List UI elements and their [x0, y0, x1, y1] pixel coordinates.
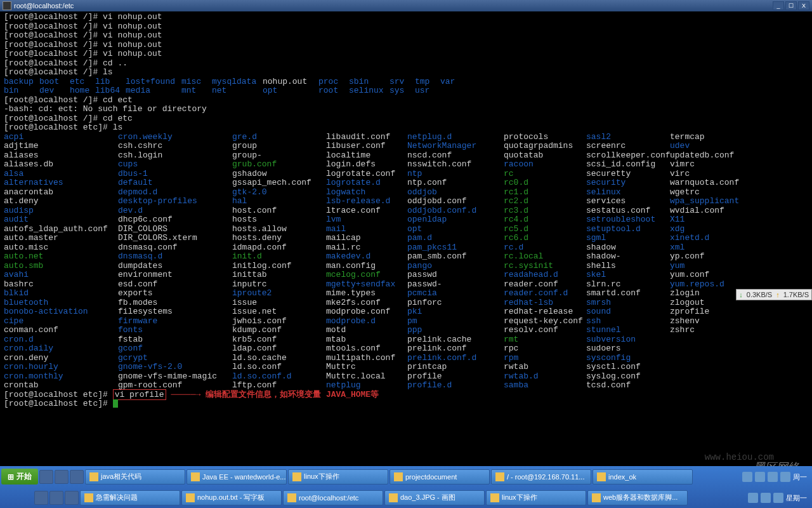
system-tray: 周一	[738, 472, 811, 482]
ls-row: cipefirmwarejwhois.confmodprobe.dpmreque…	[4, 317, 808, 326]
task-icon	[490, 493, 499, 502]
quicklaunch-icon[interactable]	[70, 470, 84, 484]
taskbar-item[interactable]: dao_3.JPG - 画图	[384, 490, 485, 505]
task-icon	[84, 493, 93, 502]
terminal[interactable]: [root@localhost /]# vi nohup.out[root@lo…	[0, 11, 812, 465]
taskbar: ⊞ 开始 java相关代码Java EE - wantedworld-e...l…	[0, 466, 812, 508]
taskbar-item[interactable]: / - root@192.168.70.11...	[491, 469, 591, 485]
task-icon	[592, 493, 601, 502]
task-icon	[287, 493, 296, 502]
quicklaunch-icon[interactable]	[65, 491, 79, 505]
ls-row: auto.smbdumpdatesinitlog.confman.configp…	[4, 262, 808, 271]
windows-icon: ⊞	[8, 472, 14, 481]
quicklaunch-icon[interactable]	[34, 491, 48, 505]
tray-icon[interactable]	[761, 493, 771, 503]
taskbar-item[interactable]: index_ok	[593, 469, 693, 485]
ls-row: cron.hourlygnome-vfs-2.0ld.so.confMuttrc…	[4, 363, 808, 372]
terminal-line: [root@localhost /]# vi nohup.out	[4, 50, 808, 59]
upload-icon: ↑	[776, 291, 780, 298]
ls-row: bindevhomelib64mediamntnetoptrootselinux…	[4, 86, 808, 96]
ls-row: autofs_ldap_auth.confDIR_COLORShosts.all…	[4, 225, 808, 234]
ls-row: aliasescsh.logingroup-localtimenscd.conf…	[4, 151, 808, 161]
terminal-line: -bash: cd: ect: No such file or director…	[4, 105, 808, 114]
terminal-line: [root@localhost /]# cd ..	[4, 59, 808, 69]
ls-row: bashrcesd.confinputrcmgetty+sendfaxpassw…	[4, 280, 808, 290]
terminal-line: [root@localhost etc]# ls	[4, 123, 808, 133]
download-speed: 0.3KB/S	[747, 291, 772, 298]
maximize-button[interactable]: ☐	[785, 1, 797, 10]
terminal-line: [root@localhost /]# vi nohup.out	[4, 22, 808, 32]
ls-row: auto.netdnsmasq.dinit.dmakedev.dpam_smb.…	[4, 252, 808, 262]
window-title: root@localhost:/etc	[14, 2, 773, 10]
minimize-button[interactable]: _	[773, 1, 784, 10]
ls-row: avahienvironmentinittabmcelog.confpasswd…	[4, 271, 808, 280]
ls-row: aliases.dbcupsgrub.conflogin.defsnsswitc…	[4, 160, 808, 170]
taskbar-item[interactable]: nohup.out.txt - 写字板	[181, 490, 282, 505]
terminal-line: [root@localhost /]# ls	[4, 68, 808, 77]
window-titlebar: root@localhost:/etc _ ☐ X	[0, 0, 812, 11]
ls-row: conman.conffontskdump.confmotdpppresolv.…	[4, 326, 808, 335]
ls-row: alternativesdefaultgssapi_mech.conflogro…	[4, 178, 808, 188]
ls-row: cron.dfstabkrb5.confmtabprelink.cachermt…	[4, 335, 808, 345]
tray-icon[interactable]	[755, 472, 765, 482]
taskbar-item[interactable]: projectdocument	[390, 469, 490, 485]
ls-row: auditdhcp6c.confhostslvmopenldaprc4.dset…	[4, 215, 808, 225]
task-icon	[292, 472, 301, 481]
clock-day: 星期一	[786, 494, 807, 502]
ls-row: bonobo-activationfilesystemsissue.netmod…	[4, 307, 808, 317]
ls-row: anacrontabdepmod.dgtk-2.0logwatchoddjobr…	[4, 188, 808, 197]
tray-icon[interactable]	[748, 493, 758, 503]
ls-row: backupbootetcliblost+foundmiscmysqldatan…	[4, 77, 808, 87]
start-button[interactable]: ⊞ 开始	[1, 469, 38, 485]
annotation-text: 编辑配置文件信息，如环境变量 JAVA_HOME等	[206, 390, 379, 399]
quicklaunch-icon[interactable]	[49, 491, 63, 505]
ls-row: cron.dailygconfldap.confmtools.confpreli…	[4, 344, 808, 354]
taskbar-item[interactable]: linux下操作	[288, 469, 388, 485]
clock[interactable]: 周一	[793, 473, 807, 481]
tray-icon[interactable]	[780, 472, 790, 482]
tray-icon[interactable]	[768, 472, 778, 482]
task-icon	[394, 472, 403, 481]
ls-row: cron.denygcryptld.so.cachemultipath.conf…	[4, 354, 808, 363]
taskbar-item[interactable]: 急需解决问题	[80, 490, 180, 505]
ls-row: adjtimecsh.cshrcgrouplibuser.confNetwork…	[4, 142, 808, 151]
taskbar-item[interactable]: linux下操作	[486, 490, 586, 505]
terminal-line: [root@localhost etc]#	[4, 399, 808, 409]
ls-row: audispdev.dhost.confltrace.confoddjobd.c…	[4, 206, 808, 216]
task-icon	[495, 472, 504, 481]
close-button[interactable]: X	[798, 1, 809, 10]
task-icon	[186, 493, 195, 502]
task-icon	[89, 472, 98, 481]
tray-icon[interactable]	[742, 472, 752, 482]
terminal-line: [root@localhost /]# cd ect	[4, 96, 808, 105]
ls-row: auto.masterDIR_COLORS.xtermhosts.denymai…	[4, 234, 808, 243]
upload-speed: 1.7KB/S	[783, 291, 809, 298]
terminal-line: [root@localhost /]# vi nohup.out	[4, 41, 808, 50]
taskbar-item[interactable]: web服务器和数据库脚...	[587, 490, 688, 505]
taskbar-item[interactable]: java相关代码	[85, 469, 185, 485]
command-highlight: vi profile	[113, 389, 166, 400]
task-icon	[389, 493, 398, 502]
tray-icon[interactable]	[773, 493, 783, 503]
terminal-line: [root@localhost /]# cd etc	[4, 114, 808, 124]
app-icon	[3, 1, 11, 10]
ls-row: acpicron.weeklygre.dlibaudit.confnetplug…	[4, 133, 808, 142]
quicklaunch-icon[interactable]	[39, 470, 53, 484]
terminal-line: [root@localhost etc]# vi profile ─────→ …	[4, 391, 808, 400]
ls-row: at.denydesktop-profileshallsb-release.do…	[4, 197, 808, 206]
ls-row: blkidexportsiproute2mime.typespcmciaread…	[4, 289, 808, 298]
arrow-icon: ─────→	[166, 390, 206, 399]
quicklaunch-icon[interactable]	[55, 470, 69, 484]
terminal-line: [root@localhost /]# vi nohup.out	[4, 31, 808, 41]
ls-row: alsadbus-1gshadowlogrotate.confntprcsecu…	[4, 170, 808, 179]
task-icon	[191, 472, 200, 481]
ls-row: bluetoothfb.modesissuemke2fs.confpinforc…	[4, 298, 808, 308]
network-speed-widget: ↓ 0.3KB/S ↑ 1.7KB/S	[736, 289, 812, 300]
ls-row: auto.miscdnsmasq.confidmapd.confmail.rcp…	[4, 243, 808, 253]
download-icon: ↓	[739, 291, 743, 298]
taskbar-item[interactable]: Java EE - wantedworld-e...	[187, 469, 287, 485]
taskbar-item[interactable]: root@localhost:/etc	[283, 490, 383, 505]
ls-row: cron.monthlygnome-vfs-mime-magicld.so.co…	[4, 372, 808, 382]
cursor	[113, 399, 118, 408]
terminal-line: [root@localhost /]# vi nohup.out	[4, 13, 808, 22]
